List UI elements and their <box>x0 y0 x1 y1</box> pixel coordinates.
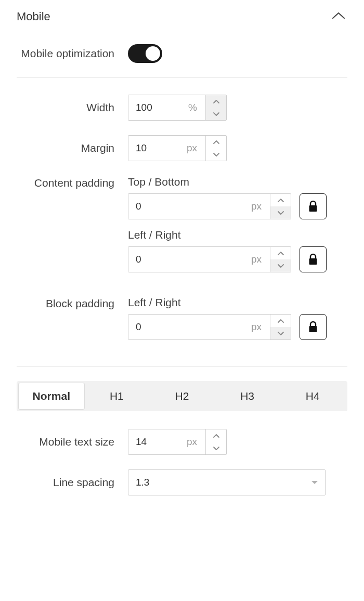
content-padding-lr-decrease-button[interactable] <box>270 259 291 272</box>
width-input[interactable] <box>128 95 188 120</box>
chevron-up-icon <box>213 140 220 145</box>
line-spacing-select[interactable]: 1.3 <box>128 469 326 495</box>
chevron-down-icon <box>277 211 284 215</box>
mobile-text-size-increase-button[interactable] <box>206 429 226 442</box>
svg-rect-1 <box>309 258 317 265</box>
lock-icon <box>308 321 318 333</box>
chevron-down-icon <box>277 264 284 268</box>
chevron-up-icon <box>277 198 284 203</box>
chevron-down-icon <box>277 331 284 336</box>
block-padding-lr-unit: px <box>251 315 270 339</box>
content-padding-row: Content padding Top / Bottom px <box>17 176 347 282</box>
margin-increase-button[interactable] <box>206 136 226 148</box>
content-padding-lr-lock-button[interactable] <box>300 246 327 272</box>
mobile-text-size-input[interactable] <box>128 429 187 454</box>
width-row: Width % <box>17 95 347 121</box>
content-padding-tb-sublabel: Top / Bottom <box>128 176 347 188</box>
block-padding-label: Block padding <box>17 296 128 311</box>
content-padding-label: Content padding <box>17 176 128 190</box>
margin-row: Margin px <box>17 135 347 161</box>
line-spacing-row: Line spacing 1.3 <box>17 469 347 495</box>
block-padding-row: Block padding Left / Right px <box>17 296 347 349</box>
section-title: Mobile <box>17 10 50 23</box>
margin-decrease-button[interactable] <box>206 148 226 161</box>
chevron-up-icon <box>277 319 284 323</box>
chevron-up-icon <box>277 251 284 256</box>
tab-normal[interactable]: Normal <box>19 383 84 409</box>
mobile-text-size-decrease-button[interactable] <box>206 442 226 454</box>
content-padding-lr-unit: px <box>251 247 270 272</box>
chevron-up-icon <box>213 434 220 438</box>
section-header: Mobile <box>17 9 347 23</box>
lock-icon <box>308 200 318 213</box>
content-padding-tb-stepper: px <box>128 193 291 219</box>
chevron-down-icon <box>213 152 220 157</box>
tab-h1[interactable]: H1 <box>84 383 150 409</box>
chevron-down-icon <box>213 446 220 451</box>
width-stepper: % <box>128 95 227 121</box>
content-padding-lr-sublabel: Left / Right <box>128 229 347 241</box>
content-padding-tb-input[interactable] <box>128 194 251 219</box>
margin-input[interactable] <box>128 136 187 161</box>
margin-label: Margin <box>17 141 128 155</box>
content-padding-lr-stepper: px <box>128 246 291 272</box>
mobile-optimization-label: Mobile optimization <box>17 46 128 61</box>
divider <box>17 366 347 367</box>
svg-rect-2 <box>309 326 317 332</box>
mobile-text-size-stepper: px <box>128 429 227 455</box>
content-padding-tb-unit: px <box>251 194 270 219</box>
mobile-text-size-row: Mobile text size px <box>17 429 347 455</box>
content-padding-tb-increase-button[interactable] <box>270 194 291 206</box>
text-style-tabs: Normal H1 H2 H3 H4 <box>17 381 347 411</box>
tab-h2[interactable]: H2 <box>149 383 215 409</box>
mobile-optimization-toggle[interactable] <box>128 44 162 63</box>
divider <box>17 77 347 78</box>
chevron-up-icon <box>213 99 220 104</box>
toggle-knob <box>146 46 160 61</box>
tab-h4[interactable]: H4 <box>280 383 345 409</box>
chevron-down-icon <box>213 112 220 116</box>
mobile-text-size-unit: px <box>187 429 205 454</box>
block-padding-lr-stepper: px <box>128 314 291 340</box>
svg-rect-0 <box>309 205 317 212</box>
mobile-text-size-label: Mobile text size <box>17 435 128 449</box>
content-padding-tb-lock-button[interactable] <box>300 193 327 219</box>
block-padding-lr-decrease-button[interactable] <box>270 327 291 339</box>
collapse-button[interactable] <box>330 9 347 23</box>
block-padding-lr-sublabel: Left / Right <box>128 296 347 309</box>
mobile-optimization-row: Mobile optimization <box>17 44 347 63</box>
width-unit: % <box>188 95 205 120</box>
caret-down-icon <box>311 481 318 484</box>
chevron-up-icon <box>332 11 345 20</box>
block-padding-lr-increase-button[interactable] <box>270 315 291 327</box>
width-decrease-button[interactable] <box>206 108 226 120</box>
line-spacing-value: 1.3 <box>136 477 311 488</box>
content-padding-lr-increase-button[interactable] <box>270 247 291 259</box>
content-padding-lr-input[interactable] <box>128 247 251 272</box>
block-padding-lr-input[interactable] <box>128 315 251 339</box>
margin-stepper: px <box>128 135 227 161</box>
line-spacing-label: Line spacing <box>17 475 128 490</box>
margin-unit: px <box>187 136 205 161</box>
width-increase-button[interactable] <box>206 95 226 108</box>
tab-h3[interactable]: H3 <box>215 383 280 409</box>
content-padding-tb-decrease-button[interactable] <box>270 206 291 219</box>
block-padding-lr-lock-button[interactable] <box>300 314 327 340</box>
lock-icon <box>308 253 318 266</box>
width-label: Width <box>17 100 128 115</box>
